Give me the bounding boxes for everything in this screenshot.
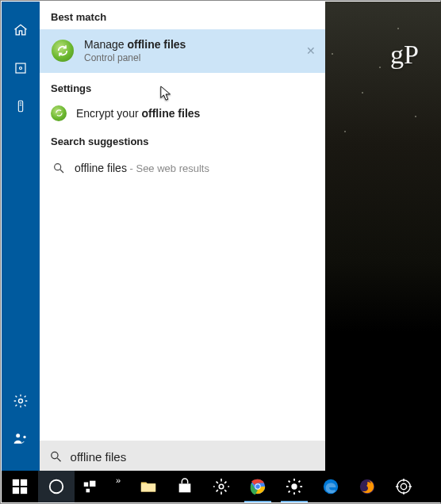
web-suggestion[interactable]: offline files - See web results bbox=[40, 154, 325, 182]
suggestion-text: offline files bbox=[75, 162, 127, 174]
svg-point-10 bbox=[52, 452, 58, 458]
settings-result-encrypt[interactable]: Encrypt your offline files bbox=[40, 101, 325, 126]
start-rail bbox=[2, 2, 40, 472]
section-suggestions: Search suggestions bbox=[40, 126, 325, 154]
svg-line-32 bbox=[289, 491, 290, 493]
svg-point-37 bbox=[401, 483, 406, 489]
svg-rect-2 bbox=[18, 101, 22, 111]
svg-line-30 bbox=[289, 481, 290, 483]
svg-rect-15 bbox=[21, 487, 27, 494]
suggestion-hint: - See web results bbox=[127, 162, 209, 174]
search-input[interactable] bbox=[71, 450, 316, 464]
edge[interactable] bbox=[313, 471, 349, 502]
svg-point-24 bbox=[255, 484, 260, 489]
sync-small-icon bbox=[51, 105, 67, 121]
task-view-button[interactable] bbox=[75, 471, 106, 502]
svg-rect-14 bbox=[13, 487, 19, 494]
svg-point-20 bbox=[219, 484, 224, 489]
svg-point-36 bbox=[397, 480, 411, 494]
best-match-subtitle: Control panel bbox=[84, 52, 186, 65]
best-match-title: Manage offline files bbox=[84, 37, 186, 52]
svg-line-31 bbox=[299, 491, 301, 493]
watermark: gP bbox=[390, 40, 419, 70]
svg-line-9 bbox=[60, 170, 63, 173]
svg-point-16 bbox=[50, 480, 63, 494]
search-icon bbox=[51, 160, 67, 176]
svg-line-33 bbox=[299, 481, 301, 483]
svg-rect-13 bbox=[21, 479, 27, 486]
store[interactable] bbox=[167, 471, 203, 502]
svg-line-11 bbox=[57, 458, 60, 461]
settings-app[interactable] bbox=[203, 471, 240, 502]
close-icon[interactable]: ✕ bbox=[306, 44, 316, 57]
svg-point-6 bbox=[16, 433, 20, 437]
taskbar: » bbox=[2, 471, 441, 502]
sync-center-icon bbox=[51, 39, 75, 63]
section-settings: Settings bbox=[40, 73, 325, 101]
svg-point-25 bbox=[291, 483, 297, 489]
svg-point-5 bbox=[19, 399, 23, 403]
firefox[interactable] bbox=[349, 471, 385, 502]
search-input-bar[interactable] bbox=[40, 441, 325, 472]
search-icon bbox=[49, 449, 63, 464]
svg-point-8 bbox=[55, 163, 61, 170]
file-explorer[interactable] bbox=[130, 471, 167, 502]
svg-rect-18 bbox=[90, 481, 95, 487]
section-best-match: Best match bbox=[40, 2, 325, 29]
remote-icon[interactable] bbox=[2, 87, 40, 125]
svg-point-1 bbox=[20, 67, 22, 70]
search-results: Best match Manage offline files Control … bbox=[40, 2, 325, 472]
svg-rect-19 bbox=[86, 489, 90, 493]
photos-icon[interactable] bbox=[2, 49, 40, 87]
svg-point-7 bbox=[23, 436, 25, 438]
start-search-panel: Best match Manage offline files Control … bbox=[2, 2, 325, 472]
settings-result-title: Encrypt your offline files bbox=[76, 107, 200, 120]
mouse-cursor bbox=[159, 85, 174, 105]
cortana-button[interactable] bbox=[38, 471, 75, 502]
start-button[interactable] bbox=[2, 471, 38, 502]
svg-rect-17 bbox=[84, 483, 89, 487]
overflow-chevron[interactable]: » bbox=[106, 471, 130, 502]
best-match-result[interactable]: Manage offline files Control panel ✕ bbox=[40, 29, 325, 73]
user-feedback-icon[interactable] bbox=[2, 420, 40, 458]
brightness-app[interactable] bbox=[276, 471, 313, 502]
chrome[interactable] bbox=[240, 471, 276, 502]
home-icon[interactable] bbox=[2, 11, 40, 49]
svg-rect-0 bbox=[16, 63, 25, 73]
settings-gear-icon[interactable] bbox=[2, 382, 40, 420]
svg-rect-12 bbox=[13, 479, 19, 486]
screen-capture[interactable] bbox=[385, 471, 422, 502]
